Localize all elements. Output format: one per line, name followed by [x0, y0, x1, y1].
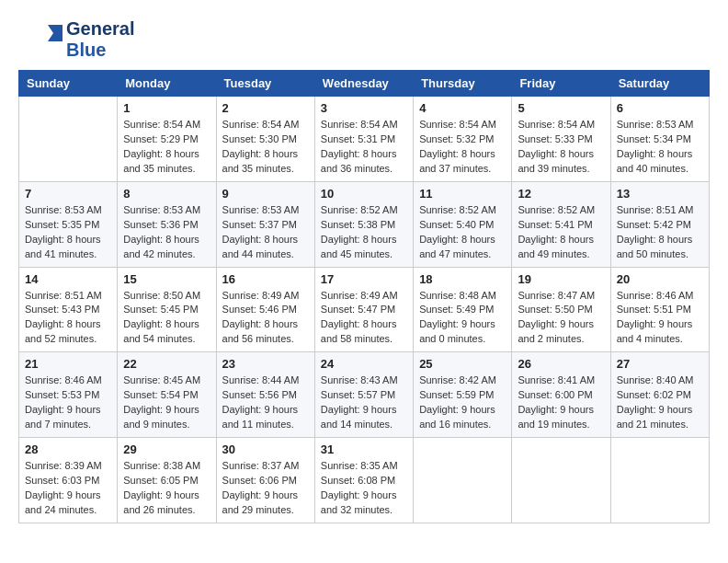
- day-info: Sunrise: 8:37 AM Sunset: 6:06 PM Dayligh…: [222, 459, 309, 518]
- day-info: Sunrise: 8:53 AM Sunset: 5:35 PM Dayligh…: [25, 203, 111, 262]
- day-info: Sunrise: 8:52 AM Sunset: 5:41 PM Dayligh…: [518, 203, 604, 262]
- weekday-header-monday: Monday: [118, 71, 216, 97]
- calendar-cell: 8Sunrise: 8:53 AM Sunset: 5:36 PM Daylig…: [118, 181, 216, 267]
- day-info: Sunrise: 8:46 AM Sunset: 5:53 PM Dayligh…: [25, 373, 111, 432]
- day-info: Sunrise: 8:35 AM Sunset: 6:08 PM Dayligh…: [321, 459, 407, 518]
- calendar-cell: 2Sunrise: 8:54 AM Sunset: 5:30 PM Daylig…: [216, 97, 314, 182]
- calendar-cell: 26Sunrise: 8:41 AM Sunset: 6:00 PM Dayli…: [512, 352, 610, 438]
- day-info: Sunrise: 8:41 AM Sunset: 6:00 PM Dayligh…: [518, 373, 604, 432]
- day-number: 2: [222, 101, 309, 115]
- day-info: Sunrise: 8:53 AM Sunset: 5:37 PM Dayligh…: [222, 203, 309, 262]
- calendar-cell: 17Sunrise: 8:49 AM Sunset: 5:47 PM Dayli…: [314, 267, 413, 352]
- calendar-table: SundayMondayTuesdayWednesdayThursdayFrid…: [18, 70, 710, 523]
- day-number: 25: [419, 357, 506, 371]
- calendar-cell: 20Sunrise: 8:46 AM Sunset: 5:51 PM Dayli…: [610, 267, 709, 352]
- calendar-cell: [414, 438, 512, 523]
- day-number: 19: [518, 272, 604, 286]
- calendar-cell: 18Sunrise: 8:48 AM Sunset: 5:49 PM Dayli…: [414, 267, 512, 352]
- day-number: 6: [617, 101, 703, 115]
- calendar-cell: 5Sunrise: 8:54 AM Sunset: 5:33 PM Daylig…: [512, 97, 610, 182]
- calendar-cell: 15Sunrise: 8:50 AM Sunset: 5:45 PM Dayli…: [118, 267, 216, 352]
- day-number: 16: [222, 272, 309, 286]
- day-number: 12: [518, 187, 604, 201]
- calendar-cell: 25Sunrise: 8:42 AM Sunset: 5:59 PM Dayli…: [414, 352, 512, 438]
- day-number: 3: [321, 101, 407, 115]
- day-number: 15: [123, 272, 210, 286]
- day-info: Sunrise: 8:48 AM Sunset: 5:49 PM Dayligh…: [419, 289, 506, 348]
- calendar-cell: 16Sunrise: 8:49 AM Sunset: 5:46 PM Dayli…: [216, 267, 314, 352]
- page-header: GeneralBlue: [18, 18, 710, 61]
- day-number: 13: [617, 187, 703, 201]
- logo-text-general: General: [66, 18, 134, 40]
- calendar-cell: 12Sunrise: 8:52 AM Sunset: 5:41 PM Dayli…: [512, 181, 610, 267]
- weekday-header-sunday: Sunday: [19, 71, 118, 97]
- week-row-2: 7Sunrise: 8:53 AM Sunset: 5:35 PM Daylig…: [19, 181, 710, 267]
- calendar-cell: 24Sunrise: 8:43 AM Sunset: 5:57 PM Dayli…: [314, 352, 413, 438]
- day-info: Sunrise: 8:54 AM Sunset: 5:32 PM Dayligh…: [419, 118, 506, 177]
- day-number: 8: [123, 187, 210, 201]
- calendar-cell: 29Sunrise: 8:38 AM Sunset: 6:05 PM Dayli…: [118, 438, 216, 523]
- weekday-header-saturday: Saturday: [610, 71, 709, 97]
- day-info: Sunrise: 8:53 AM Sunset: 5:36 PM Dayligh…: [123, 203, 210, 262]
- day-info: Sunrise: 8:53 AM Sunset: 5:34 PM Dayligh…: [617, 118, 703, 177]
- day-info: Sunrise: 8:54 AM Sunset: 5:30 PM Dayligh…: [222, 118, 309, 177]
- day-number: 21: [25, 357, 111, 371]
- day-number: 27: [617, 357, 703, 371]
- calendar-cell: 10Sunrise: 8:52 AM Sunset: 5:38 PM Dayli…: [314, 181, 413, 267]
- day-number: 20: [617, 272, 703, 286]
- calendar-cell: 7Sunrise: 8:53 AM Sunset: 5:35 PM Daylig…: [19, 181, 118, 267]
- day-info: Sunrise: 8:39 AM Sunset: 6:03 PM Dayligh…: [25, 459, 111, 518]
- logo-text-blue: Blue: [66, 40, 134, 61]
- calendar-cell: 21Sunrise: 8:46 AM Sunset: 5:53 PM Dayli…: [19, 352, 118, 438]
- calendar-cell: 31Sunrise: 8:35 AM Sunset: 6:08 PM Dayli…: [314, 438, 413, 523]
- calendar-cell: [512, 438, 610, 523]
- calendar-cell: 1Sunrise: 8:54 AM Sunset: 5:29 PM Daylig…: [118, 97, 216, 182]
- calendar-cell: 30Sunrise: 8:37 AM Sunset: 6:06 PM Dayli…: [216, 438, 314, 523]
- week-row-1: 1Sunrise: 8:54 AM Sunset: 5:29 PM Daylig…: [19, 97, 710, 182]
- day-info: Sunrise: 8:45 AM Sunset: 5:54 PM Dayligh…: [123, 373, 210, 432]
- day-info: Sunrise: 8:42 AM Sunset: 5:59 PM Dayligh…: [419, 373, 506, 432]
- svg-marker-0: [48, 25, 63, 41]
- day-number: 26: [518, 357, 604, 371]
- day-info: Sunrise: 8:46 AM Sunset: 5:51 PM Dayligh…: [617, 289, 703, 348]
- day-number: 11: [419, 187, 506, 201]
- day-number: 23: [222, 357, 309, 371]
- calendar-cell: 19Sunrise: 8:47 AM Sunset: 5:50 PM Dayli…: [512, 267, 610, 352]
- day-number: 14: [25, 272, 111, 286]
- day-info: Sunrise: 8:50 AM Sunset: 5:45 PM Dayligh…: [123, 289, 210, 348]
- day-number: 31: [321, 442, 407, 456]
- day-number: 4: [419, 101, 506, 115]
- calendar-cell: 13Sunrise: 8:51 AM Sunset: 5:42 PM Dayli…: [610, 181, 709, 267]
- day-info: Sunrise: 8:49 AM Sunset: 5:46 PM Dayligh…: [222, 289, 309, 348]
- day-number: 29: [123, 442, 210, 456]
- weekday-header-tuesday: Tuesday: [216, 71, 314, 97]
- day-number: 22: [123, 357, 210, 371]
- day-number: 24: [321, 357, 407, 371]
- day-info: Sunrise: 8:40 AM Sunset: 6:02 PM Dayligh…: [617, 373, 703, 432]
- weekday-header-row: SundayMondayTuesdayWednesdayThursdayFrid…: [19, 71, 710, 97]
- weekday-header-friday: Friday: [512, 71, 610, 97]
- calendar-cell: 9Sunrise: 8:53 AM Sunset: 5:37 PM Daylig…: [216, 181, 314, 267]
- calendar-cell: 14Sunrise: 8:51 AM Sunset: 5:43 PM Dayli…: [19, 267, 118, 352]
- calendar-cell: [19, 97, 118, 182]
- day-number: 28: [25, 442, 111, 456]
- calendar-cell: 6Sunrise: 8:53 AM Sunset: 5:34 PM Daylig…: [610, 97, 709, 182]
- day-info: Sunrise: 8:54 AM Sunset: 5:33 PM Dayligh…: [518, 118, 604, 177]
- calendar-cell: 4Sunrise: 8:54 AM Sunset: 5:32 PM Daylig…: [414, 97, 512, 182]
- day-number: 30: [222, 442, 309, 456]
- day-info: Sunrise: 8:43 AM Sunset: 5:57 PM Dayligh…: [321, 373, 407, 432]
- day-number: 1: [123, 101, 210, 115]
- day-number: 17: [321, 272, 407, 286]
- weekday-header-wednesday: Wednesday: [314, 71, 413, 97]
- day-info: Sunrise: 8:47 AM Sunset: 5:50 PM Dayligh…: [518, 289, 604, 348]
- day-info: Sunrise: 8:44 AM Sunset: 5:56 PM Dayligh…: [222, 373, 309, 432]
- week-row-4: 21Sunrise: 8:46 AM Sunset: 5:53 PM Dayli…: [19, 352, 710, 438]
- week-row-5: 28Sunrise: 8:39 AM Sunset: 6:03 PM Dayli…: [19, 438, 710, 523]
- week-row-3: 14Sunrise: 8:51 AM Sunset: 5:43 PM Dayli…: [19, 267, 710, 352]
- logo: GeneralBlue: [18, 18, 134, 61]
- day-info: Sunrise: 8:51 AM Sunset: 5:42 PM Dayligh…: [617, 203, 703, 262]
- weekday-header-thursday: Thursday: [414, 71, 512, 97]
- day-info: Sunrise: 8:54 AM Sunset: 5:31 PM Dayligh…: [321, 118, 407, 177]
- day-info: Sunrise: 8:52 AM Sunset: 5:40 PM Dayligh…: [419, 203, 506, 262]
- day-info: Sunrise: 8:52 AM Sunset: 5:38 PM Dayligh…: [321, 203, 407, 262]
